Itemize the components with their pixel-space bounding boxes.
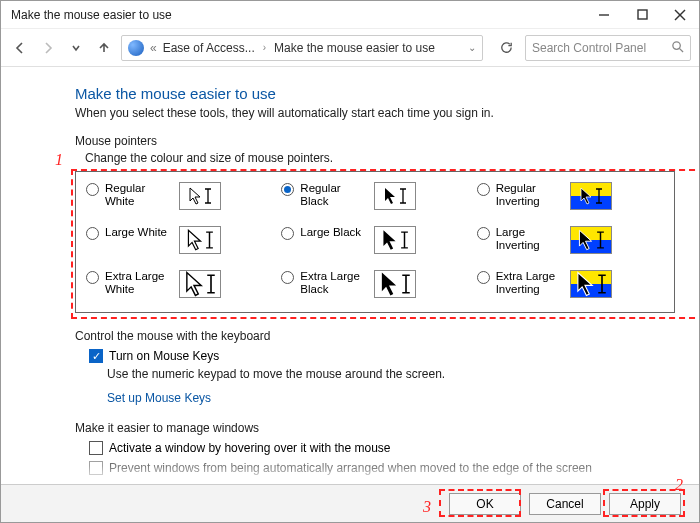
- svg-point-4: [673, 41, 680, 48]
- pointer-label: Regular White: [105, 182, 171, 208]
- ok-button[interactable]: OK: [449, 493, 521, 515]
- pointer-option-xl-white[interactable]: Extra Large White: [86, 270, 273, 298]
- search-placeholder: Search Control Panel: [532, 41, 671, 55]
- pointer-option-regular-inverting[interactable]: Regular Inverting: [477, 182, 664, 210]
- windows-heading: Make it easier to manage windows: [75, 421, 675, 435]
- pointer-preview: [570, 270, 612, 298]
- checkbox-icon: [89, 461, 103, 475]
- minimize-button[interactable]: [585, 1, 623, 29]
- recent-dropdown[interactable]: [65, 37, 87, 59]
- titlebar: Make the mouse easier to use: [1, 1, 699, 29]
- svg-rect-1: [638, 10, 647, 19]
- prevent-arrange[interactable]: Prevent windows from being automatically…: [89, 461, 675, 475]
- pointer-preview: [374, 226, 416, 254]
- pointer-option-xl-inverting[interactable]: Extra Large Inverting: [477, 270, 664, 298]
- radio-icon: [477, 183, 490, 196]
- svg-line-5: [679, 48, 683, 52]
- pointer-preview: [570, 226, 612, 254]
- pointer-preview: [374, 270, 416, 298]
- radio-icon: [281, 227, 294, 240]
- pointer-label: Extra Large Inverting: [496, 270, 562, 296]
- pointer-label: Extra Large Black: [300, 270, 366, 296]
- radio-icon: [477, 227, 490, 240]
- pointer-grid: Regular White Regular Black Regular Inve…: [75, 171, 675, 313]
- mouse-pointers-heading: Mouse pointers: [75, 134, 675, 148]
- chevron-right-icon: ›: [261, 42, 268, 53]
- footer: OK Cancel Apply: [1, 484, 699, 522]
- checkbox-icon: [89, 349, 103, 363]
- pointer-preview: [374, 182, 416, 210]
- radio-icon: [281, 183, 294, 196]
- window-title: Make the mouse easier to use: [11, 8, 172, 22]
- radio-icon: [86, 271, 99, 284]
- toolbar: « Ease of Access... › Make the mouse eas…: [1, 29, 699, 67]
- pointer-option-large-inverting[interactable]: Large Inverting: [477, 226, 664, 254]
- pointer-option-large-white[interactable]: Large White: [86, 226, 273, 254]
- keyboard-heading: Control the mouse with the keyboard: [75, 329, 675, 343]
- page-title: Make the mouse easier to use: [75, 85, 675, 102]
- close-button[interactable]: [661, 1, 699, 29]
- pointer-label: Large White: [105, 226, 171, 239]
- pointer-preview: [179, 182, 221, 210]
- apply-button[interactable]: Apply: [609, 493, 681, 515]
- radio-icon: [86, 227, 99, 240]
- pointer-label: Large Black: [300, 226, 366, 239]
- address-prefix: «: [150, 41, 157, 55]
- turn-on-mouse-keys[interactable]: Turn on Mouse Keys: [89, 349, 675, 363]
- checkbox-icon: [89, 441, 103, 455]
- search-icon: [671, 40, 684, 56]
- refresh-button[interactable]: [493, 35, 519, 61]
- page-subtitle: When you select these tools, they will a…: [75, 106, 675, 120]
- forward-button[interactable]: [37, 37, 59, 59]
- pointer-option-xl-black[interactable]: Extra Large Black: [281, 270, 468, 298]
- radio-icon: [281, 271, 294, 284]
- back-button[interactable]: [9, 37, 31, 59]
- address-bar[interactable]: « Ease of Access... › Make the mouse eas…: [121, 35, 483, 61]
- address-dropdown-icon[interactable]: ⌄: [468, 42, 476, 53]
- search-box[interactable]: Search Control Panel: [525, 35, 691, 61]
- radio-icon: [86, 183, 99, 196]
- pointer-option-regular-white[interactable]: Regular White: [86, 182, 273, 210]
- radio-icon: [477, 271, 490, 284]
- mouse-keys-hint: Use the numeric keypad to move the mouse…: [107, 367, 675, 381]
- pointer-preview: [570, 182, 612, 210]
- pointer-option-regular-black[interactable]: Regular Black: [281, 182, 468, 210]
- breadcrumb-2[interactable]: Make the mouse easier to use: [274, 41, 435, 55]
- pointer-preview: [179, 226, 221, 254]
- up-button[interactable]: [93, 37, 115, 59]
- checkbox-label: Prevent windows from being automatically…: [109, 461, 592, 475]
- cancel-button[interactable]: Cancel: [529, 493, 601, 515]
- setup-mouse-keys-link[interactable]: Set up Mouse Keys: [107, 391, 675, 405]
- pointer-label: Extra Large White: [105, 270, 171, 296]
- pointer-preview: [179, 270, 221, 298]
- checkbox-label: Activate a window by hovering over it wi…: [109, 441, 390, 455]
- content-pane: Make the mouse easier to use When you se…: [1, 67, 699, 482]
- maximize-button[interactable]: [623, 1, 661, 29]
- control-panel-icon: [128, 40, 144, 56]
- activate-hover[interactable]: Activate a window by hovering over it wi…: [89, 441, 675, 455]
- pointer-label: Large Inverting: [496, 226, 562, 252]
- breadcrumb-1[interactable]: Ease of Access...: [163, 41, 255, 55]
- pointer-label: Regular Inverting: [496, 182, 562, 208]
- pointers-subheading: Change the colour and size of mouse poin…: [85, 151, 675, 165]
- checkbox-label: Turn on Mouse Keys: [109, 349, 219, 363]
- pointer-option-large-black[interactable]: Large Black: [281, 226, 468, 254]
- pointer-label: Regular Black: [300, 182, 366, 208]
